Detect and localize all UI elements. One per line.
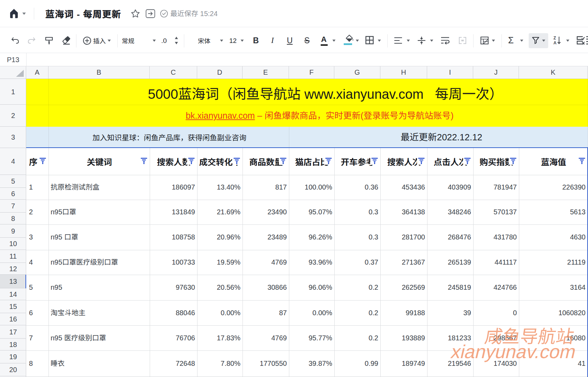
svg-text:A: A [553, 40, 557, 45]
svg-text:Z: Z [553, 36, 556, 40]
